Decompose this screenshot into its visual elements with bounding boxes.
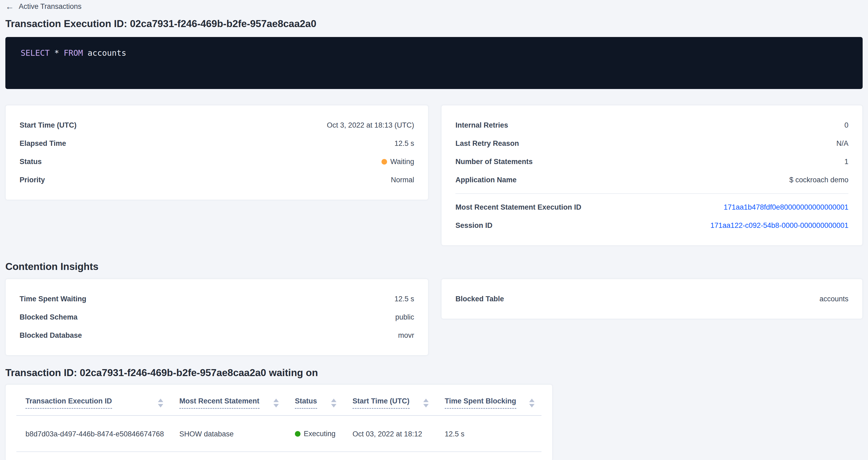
execution-summary-card: Start Time (UTC) Oct 3, 2022 at 18:13 (U… (5, 105, 428, 200)
table-row: b8d7d03a-d497-446b-8474-e50846674768 SHO… (17, 416, 541, 452)
contention-blocked-table-card: Blocked Table accounts (441, 279, 863, 319)
statement-execution-id-row: Most Recent Statement Execution ID 171aa… (456, 198, 848, 216)
cell-transaction-execution-id: b8d7d03a-d497-446b-8474-e50846674768 (17, 416, 170, 452)
number-of-statements-label: Number of Statements (456, 158, 533, 166)
waiting-on-heading: Transaction ID: 02ca7931-f246-469b-b2fe-… (5, 367, 863, 379)
summary-cards-row: Start Time (UTC) Oct 3, 2022 at 18:13 (U… (5, 105, 863, 246)
sql-keyword-select: SELECT (21, 48, 50, 58)
status-label: Status (20, 158, 42, 166)
status-value: Waiting (381, 158, 414, 166)
status-waiting-dot-icon (381, 159, 387, 164)
blocked-database-label: Blocked Database (20, 331, 82, 340)
cell-start-time: Oct 03, 2022 at 18:12 (343, 416, 436, 452)
blocked-table-row: Blocked Table accounts (456, 290, 848, 308)
active-transaction-details-page: ← Active Transactions Transaction Execut… (0, 0, 868, 460)
priority-value: Normal (391, 176, 414, 184)
contention-insights-heading: Contention Insights (5, 260, 863, 273)
status-executing-dot-icon (295, 431, 301, 437)
breadcrumb-label: Active Transactions (19, 2, 82, 11)
column-label-start-time[interactable]: Start Time (UTC) (352, 397, 410, 409)
internal-retries-label: Internal Retries (456, 121, 508, 129)
breadcrumb-back-link[interactable]: ← Active Transactions (5, 0, 82, 11)
elapsed-time-row: Elapsed Time 12.5 s (20, 134, 414, 153)
status-text: Waiting (390, 158, 414, 166)
blocked-table-value: accounts (819, 295, 848, 303)
internal-retries-row: Internal Retries 0 (456, 116, 848, 134)
sort-icon[interactable] (273, 399, 279, 407)
last-retry-reason-row: Last Retry Reason N/A (456, 134, 848, 153)
sql-table-name: accounts (88, 48, 127, 58)
column-label-status[interactable]: Status (295, 397, 317, 409)
session-id-row: Session ID 171aa122-c092-54b8-0000-00000… (456, 216, 848, 235)
column-label-time-spent-blocking[interactable]: Time Spent Blocking (445, 397, 516, 409)
sort-icon[interactable] (529, 399, 534, 407)
sql-star: * (54, 48, 59, 58)
priority-row: Priority Normal (20, 171, 414, 189)
start-time-row: Start Time (UTC) Oct 3, 2022 at 18:13 (U… (20, 116, 414, 134)
status-row: Status Waiting (20, 153, 414, 171)
card-divider (456, 193, 848, 194)
waiting-on-table: Transaction Execution ID Most Recent Sta… (17, 385, 541, 452)
number-of-statements-value: 1 (844, 158, 848, 166)
transaction-details-card: Internal Retries 0 Last Retry Reason N/A… (441, 105, 863, 246)
status-executing-text: Executing (304, 430, 336, 438)
start-time-label: Start Time (UTC) (20, 121, 77, 129)
column-header-status: Status (286, 385, 343, 416)
column-header-most-recent-statement: Most Recent Statement (170, 385, 286, 416)
column-header-start-time: Start Time (UTC) (343, 385, 436, 416)
cell-status: Executing (286, 416, 343, 452)
arrow-left-icon: ← (5, 2, 14, 11)
sql-keyword-from: FROM (64, 48, 83, 58)
internal-retries-value: 0 (844, 121, 848, 129)
time-spent-waiting-value: 12.5 s (394, 295, 414, 303)
session-id-label: Session ID (456, 221, 492, 230)
priority-label: Priority (20, 176, 45, 184)
last-retry-reason-value: N/A (836, 140, 848, 148)
application-name-label: Application Name (456, 176, 517, 184)
page-title: Transaction Execution ID: 02ca7931-f246-… (5, 18, 863, 30)
statement-execution-id-label: Most Recent Statement Execution ID (456, 203, 582, 212)
elapsed-time-value: 12.5 s (394, 140, 414, 148)
time-spent-waiting-label: Time Spent Waiting (20, 295, 86, 303)
blocked-schema-value: public (395, 313, 414, 321)
sort-icon[interactable] (331, 399, 336, 407)
cell-most-recent-statement: SHOW database (170, 416, 286, 452)
blocked-schema-label: Blocked Schema (20, 313, 78, 321)
contention-waiting-card: Time Spent Waiting 12.5 s Blocked Schema… (5, 279, 428, 356)
sql-statement-box: SELECT*FROMaccounts (5, 37, 863, 89)
column-label-most-recent-statement[interactable]: Most Recent Statement (179, 397, 259, 409)
table-header-row: Transaction Execution ID Most Recent Sta… (17, 385, 541, 416)
time-spent-waiting-row: Time Spent Waiting 12.5 s (20, 290, 414, 308)
session-id-link[interactable]: 171aa122-c092-54b8-0000-000000000001 (710, 221, 848, 230)
number-of-statements-row: Number of Statements 1 (456, 153, 848, 171)
last-retry-reason-label: Last Retry Reason (456, 140, 519, 148)
column-label-transaction-execution-id[interactable]: Transaction Execution ID (26, 397, 112, 409)
blocked-database-row: Blocked Database movr (20, 326, 414, 344)
blocked-database-value: movr (398, 331, 414, 340)
application-name-value: $ cockroach demo (789, 176, 848, 184)
elapsed-time-label: Elapsed Time (20, 140, 66, 148)
contention-cards-row: Time Spent Waiting 12.5 s Blocked Schema… (5, 279, 863, 356)
blocked-schema-row: Blocked Schema public (20, 308, 414, 326)
statement-execution-id-link[interactable]: 171aa1b478fdf0e80000000000000001 (724, 203, 849, 212)
column-header-transaction-execution-id: Transaction Execution ID (17, 385, 170, 416)
waiting-on-table-card: Transaction Execution ID Most Recent Sta… (5, 385, 553, 460)
column-header-time-spent-blocking: Time Spent Blocking (436, 385, 541, 416)
blocked-table-label: Blocked Table (456, 295, 504, 303)
start-time-value: Oct 3, 2022 at 18:13 (UTC) (327, 121, 414, 129)
sort-icon[interactable] (423, 399, 429, 407)
cell-time-spent-blocking: 12.5 s (436, 416, 541, 452)
sort-icon[interactable] (158, 399, 163, 407)
application-name-row: Application Name $ cockroach demo (456, 171, 848, 189)
